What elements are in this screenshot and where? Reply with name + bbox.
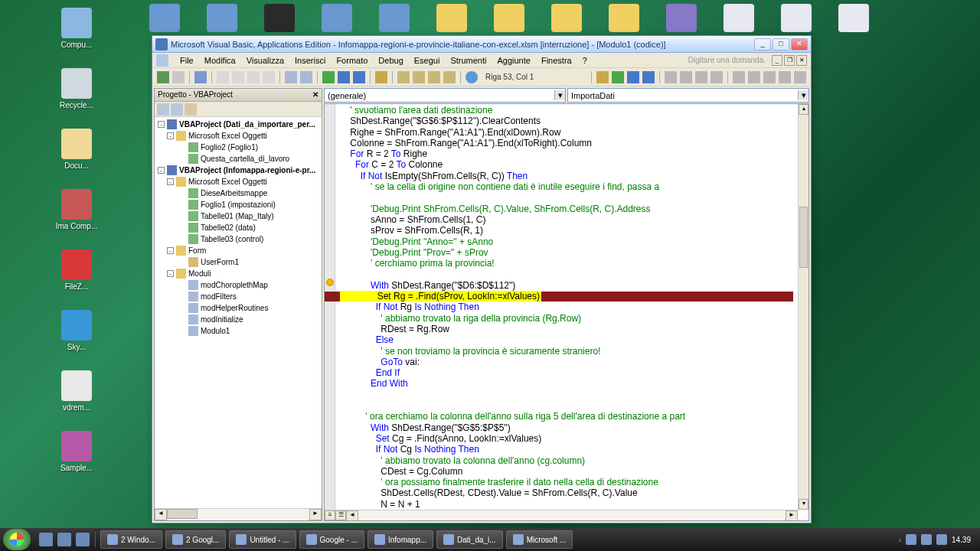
desktop-icon[interactable]: Ima Comp... [11,189,142,230]
tree-item-sheet[interactable]: Tabelle02 (data) [156,222,320,233]
tree-project[interactable]: -VBAProject (Infomappa-regioni-e-pr... [156,165,320,176]
tree-item-sheet[interactable]: Tabelle01 (Map_Italy) [156,210,320,222]
desktop-icon[interactable]: vdrem... [11,370,142,412]
locals-icon[interactable] [733,71,745,83]
object-browser-icon[interactable] [428,71,440,83]
tree-item-sheet[interactable]: Foglio1 (impostazioni) [156,199,320,210]
menu-strumenti[interactable]: Strumenti [445,54,492,67]
run2-icon[interactable] [612,71,624,83]
undo-icon[interactable] [285,71,297,83]
save-icon[interactable] [194,71,207,83]
code-hscroll[interactable]: ≡ ☰ ◄ ► [325,510,798,520]
tree-item-module[interactable]: modHelperRoutines [156,302,320,314]
toggle-folders-icon[interactable] [185,103,197,116]
code-text[interactable]: ' svuotiamo l'area dati destinazione ShD… [335,104,798,510]
full-module-view-icon[interactable]: ☰ [335,510,346,520]
mdi-close[interactable]: ✕ [796,55,807,66]
tray-volume-icon[interactable] [936,534,947,545]
help-icon[interactable] [466,71,478,83]
start-button[interactable] [3,529,31,550]
tree-item-sheet[interactable]: Tabelle03 (control) [156,233,320,245]
menu-visualizza[interactable]: Visualizza [241,54,289,67]
tree-folder[interactable]: -Microsoft Excel Oggetti [156,130,320,142]
minimize-button[interactable]: _ [754,38,771,51]
menu-inserisci[interactable]: Inserisci [289,54,331,67]
tree-folder[interactable]: -Moduli [156,268,320,279]
taskbar-item[interactable]: 2 Windo... [100,530,162,549]
code-vscroll[interactable]: ▴ ▾ [798,104,808,510]
copy-icon[interactable] [232,71,244,83]
tree-folder[interactable]: -Microsoft Excel Oggetti [156,176,320,187]
procedure-view-icon[interactable]: ≡ [325,510,335,520]
view-object-icon[interactable] [171,103,183,116]
menu-aggiunte[interactable]: Aggiunte [492,54,535,67]
design-icon[interactable] [375,71,387,83]
panel-close-icon[interactable]: ✕ [312,90,318,99]
desktop-icon[interactable]: FileZ... [11,249,142,291]
desktop-icon[interactable]: Compu... [11,8,142,49]
quicklaunch-icon[interactable] [76,533,90,546]
close-button[interactable]: ✕ [791,38,808,51]
view-code-icon[interactable] [157,103,169,116]
taskbar-item[interactable]: Untitled - ... [229,530,296,549]
design-mode-icon[interactable] [596,71,609,83]
toggle-bp-icon[interactable] [665,71,677,83]
menu-file[interactable]: File [175,54,199,67]
desktop-icon[interactable] [436,4,467,34]
menu-debug[interactable]: Debug [373,54,408,67]
excel-icon[interactable] [157,71,169,83]
taskbar-item[interactable]: Infomapp... [368,530,433,549]
tree-item-form[interactable]: UserForm1 [156,256,320,268]
step-out-icon[interactable] [710,71,723,83]
step-over-icon[interactable] [695,71,707,83]
break-icon[interactable] [338,71,350,83]
desktop-icon[interactable] [724,4,754,34]
desktop-icon[interactable] [494,4,524,34]
panel-hscroll[interactable]: ◄ ► [155,508,322,520]
desktop-icon[interactable] [781,4,812,34]
paste-icon[interactable] [247,71,260,83]
desktop-icon[interactable]: Sample... [11,431,142,472]
find-icon[interactable] [263,71,275,83]
taskbar-item[interactable]: 2 Googl... [165,530,226,549]
desktop-icon[interactable]: Docu... [11,129,142,170]
tree-item-module[interactable]: modChoroplethMap [156,279,320,291]
desktop-icon[interactable] [551,4,582,34]
cut-icon[interactable] [217,71,229,83]
tree-project[interactable]: -VBAProject (Dati_da_importare_per... [156,119,320,130]
tree-item-module[interactable]: Modulo1 [156,325,320,337]
toolbox-icon[interactable] [443,71,456,83]
help-search[interactable]: Digitare una domanda. [688,56,772,64]
desktop-icon[interactable]: Recycle... [11,68,142,109]
desktop-icon[interactable]: Sky... [11,310,142,351]
menu-finestra[interactable]: Finestra [536,54,577,67]
quicklaunch-icon[interactable] [39,533,53,546]
reset2-icon[interactable] [642,71,655,83]
clock[interactable]: 14.39 [952,536,971,544]
desktop-icon[interactable] [322,4,352,34]
desktop-icon[interactable] [149,4,180,34]
procedure-combo[interactable]: ImportaDati▾ [567,88,809,103]
run-icon[interactable] [322,71,335,83]
menu-modifica[interactable]: Modifica [199,54,241,67]
quicklaunch-icon[interactable] [57,533,71,546]
tree-item-module[interactable]: modInitialize [156,314,320,325]
mdi-minimize[interactable]: _ [772,55,782,66]
taskbar-item[interactable]: Microsoft ... [506,530,573,549]
desktop-icon[interactable] [609,4,639,34]
taskbar-item[interactable]: Dati_da_i... [436,530,503,549]
redo-icon[interactable] [300,71,312,83]
taskbar-item[interactable]: Google - ... [299,530,364,549]
insert-icon[interactable] [172,71,185,83]
desktop-icon[interactable] [838,4,869,34]
tray-icon[interactable] [921,534,932,545]
menu-esegui[interactable]: Esegui [409,54,446,67]
project-icon[interactable] [397,71,410,83]
reset-icon[interactable] [353,71,365,83]
mdi-restore[interactable]: ❐ [784,55,795,66]
desktop-icon[interactable] [207,4,237,34]
tree-folder[interactable]: -Form [156,245,320,256]
call-stack-icon[interactable] [794,71,806,83]
desktop-icon[interactable] [666,4,697,34]
titlebar[interactable]: Microsoft Visual Basic, Applications Edi… [152,36,811,53]
